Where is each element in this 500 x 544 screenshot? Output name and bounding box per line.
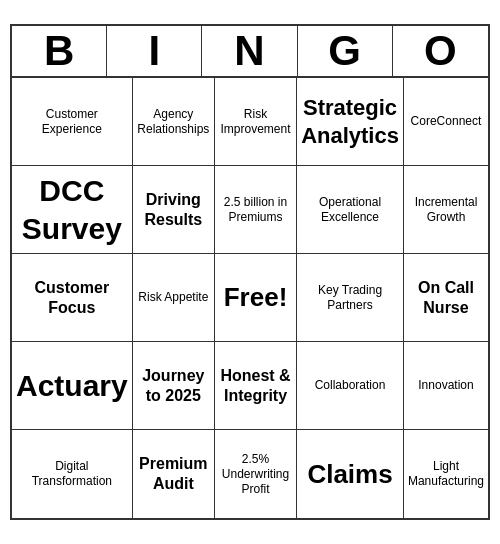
bingo-cell: Light Manufacturing [404, 430, 488, 518]
bingo-header: BINGO [12, 26, 488, 78]
bingo-cell: Agency Relationships [133, 78, 215, 166]
bingo-cell: Actuary [12, 342, 133, 430]
header-letter: O [393, 26, 488, 76]
header-letter: I [107, 26, 202, 76]
bingo-card: BINGO Customer ExperienceAgency Relation… [10, 24, 490, 520]
header-letter: B [12, 26, 107, 76]
bingo-cell: Risk Improvement [215, 78, 297, 166]
bingo-cell: Driving Results [133, 166, 215, 254]
bingo-cell: DCC Survey [12, 166, 133, 254]
bingo-cell: Journey to 2025 [133, 342, 215, 430]
header-letter: G [298, 26, 393, 76]
bingo-cell: Collaboration [297, 342, 404, 430]
bingo-cell: Risk Appetite [133, 254, 215, 342]
bingo-cell: Customer Experience [12, 78, 133, 166]
bingo-cell: Free! [215, 254, 297, 342]
bingo-cell: On Call Nurse [404, 254, 488, 342]
bingo-cell: 2.5% Underwriting Profit [215, 430, 297, 518]
bingo-cell: Customer Focus [12, 254, 133, 342]
bingo-grid: Customer ExperienceAgency RelationshipsR… [12, 78, 488, 518]
bingo-cell: Strategic Analytics [297, 78, 404, 166]
bingo-cell: Premium Audit [133, 430, 215, 518]
bingo-cell: Claims [297, 430, 404, 518]
bingo-cell: Operational Excellence [297, 166, 404, 254]
bingo-cell: Innovation [404, 342, 488, 430]
bingo-cell: Digital Transformation [12, 430, 133, 518]
bingo-cell: 2.5 billion in Premiums [215, 166, 297, 254]
header-letter: N [202, 26, 297, 76]
bingo-cell: Incremental Growth [404, 166, 488, 254]
bingo-cell: CoreConnect [404, 78, 488, 166]
bingo-cell: Key Trading Partners [297, 254, 404, 342]
bingo-cell: Honest & Integrity [215, 342, 297, 430]
